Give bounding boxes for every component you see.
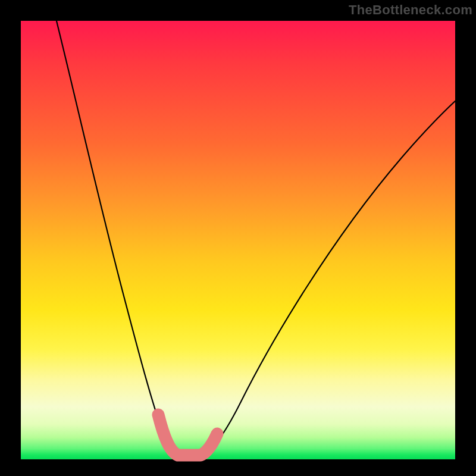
chart-frame: TheBottleneck.com xyxy=(0,0,476,476)
highlight-marker xyxy=(158,415,217,455)
bottleneck-curve xyxy=(54,9,476,457)
curve-layer xyxy=(21,21,455,459)
watermark-text: TheBottleneck.com xyxy=(349,2,472,18)
plot-area xyxy=(21,21,455,459)
